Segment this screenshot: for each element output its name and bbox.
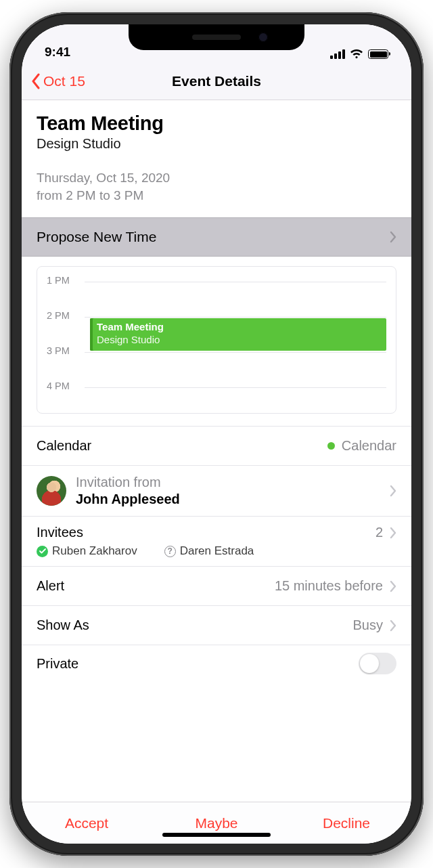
home-indicator[interactable] — [162, 833, 271, 837]
invitee-name: Daren Estrada — [180, 544, 254, 558]
hour-label: 1 PM — [47, 275, 70, 286]
alert-row[interactable]: Alert 15 minutes before — [22, 567, 411, 606]
calendar-label: Calendar — [37, 438, 91, 454]
front-camera — [258, 32, 268, 42]
invitees-count: 2 — [375, 525, 383, 540]
invitee-name: Ruben Zakharov — [52, 544, 137, 558]
chevron-right-icon — [390, 527, 396, 539]
event-date: Thursday, Oct 15, 2020 — [37, 169, 396, 187]
chevron-right-icon — [390, 485, 396, 497]
event-when: Thursday, Oct 15, 2020 from 2 PM to 3 PM — [37, 169, 396, 204]
alert-value: 15 minutes before — [275, 578, 383, 594]
event-title: Team Meeting — [37, 112, 396, 135]
hour-label: 4 PM — [47, 381, 70, 391]
event-location: Design Studio — [37, 136, 396, 152]
timeline-event-block[interactable]: Team Meeting Design Studio — [90, 318, 386, 351]
timeline-section: 1 PM 2 PM 3 PM 4 PM Team Meeting Design … — [22, 257, 411, 426]
response-toolbar: Accept Maybe Decline — [22, 802, 411, 844]
chevron-right-icon — [390, 580, 396, 592]
details-list: Calendar Calendar Invitation from John A… — [22, 426, 411, 675]
status-maybe-icon: ? — [164, 546, 176, 557]
event-header: Team Meeting Design Studio Thursday, Oct… — [22, 100, 411, 217]
content[interactable]: Team Meeting Design Studio Thursday, Oct… — [22, 100, 411, 802]
screen-bezel: 9:41 Oct 15 Event Details — [22, 24, 411, 844]
calendar-color-dot — [327, 442, 335, 450]
event-time: from 2 PM to 3 PM — [37, 187, 396, 204]
invitee-item: Ruben Zakharov — [37, 544, 137, 558]
wifi-icon — [350, 49, 363, 60]
speaker-grille — [192, 35, 241, 40]
block-title: Team Meeting — [97, 321, 380, 334]
status-time: 9:41 — [45, 45, 70, 60]
back-label: Oct 15 — [43, 73, 85, 89]
show-as-label: Show As — [37, 617, 89, 633]
hour-label: 2 PM — [47, 310, 70, 321]
nav-bar: Oct 15 Event Details — [22, 62, 411, 100]
invitee-item: ? Daren Estrada — [164, 544, 254, 558]
show-as-value: Busy — [353, 617, 383, 633]
invitees-row[interactable]: Invitees 2 Ruben Zakharov — [22, 517, 411, 567]
private-row: Private — [22, 645, 411, 675]
status-accepted-icon — [37, 546, 48, 557]
chevron-left-icon — [31, 73, 41, 89]
back-button[interactable]: Oct 15 — [31, 73, 85, 89]
hour-label: 3 PM — [47, 345, 70, 356]
invitee-list: Ruben Zakharov ? Daren Estrada — [37, 544, 396, 558]
calendar-value: Calendar — [342, 438, 396, 454]
invitees-label: Invitees — [37, 525, 83, 540]
status-indicators — [330, 49, 388, 60]
show-as-row[interactable]: Show As Busy — [22, 606, 411, 645]
propose-new-time-row[interactable]: Propose New Time — [22, 217, 411, 257]
organizer-name: John Appleseed — [76, 491, 180, 508]
chevron-right-icon — [390, 620, 396, 632]
private-toggle[interactable] — [359, 653, 396, 674]
invitation-from-label: Invitation from — [76, 474, 180, 491]
decline-button[interactable]: Decline — [281, 802, 411, 844]
organizer-avatar — [37, 476, 66, 506]
invitation-from-row[interactable]: Invitation from John Appleseed — [22, 466, 411, 517]
propose-label: Propose New Time — [37, 229, 156, 245]
calendar-row[interactable]: Calendar Calendar — [22, 427, 411, 466]
alert-label: Alert — [37, 578, 64, 594]
maybe-button[interactable]: Maybe — [152, 802, 281, 844]
private-label: Private — [37, 656, 78, 672]
block-subtitle: Design Studio — [97, 334, 380, 347]
timeline[interactable]: 1 PM 2 PM 3 PM 4 PM Team Meeting Design … — [37, 266, 396, 414]
chevron-right-icon — [390, 231, 396, 243]
accept-button[interactable]: Accept — [22, 802, 152, 844]
screen: 9:41 Oct 15 Event Details — [22, 24, 411, 844]
notch — [129, 24, 304, 50]
cellular-icon — [330, 49, 345, 59]
battery-icon — [368, 49, 388, 59]
phone-frame: 9:41 Oct 15 Event Details — [9, 12, 424, 856]
